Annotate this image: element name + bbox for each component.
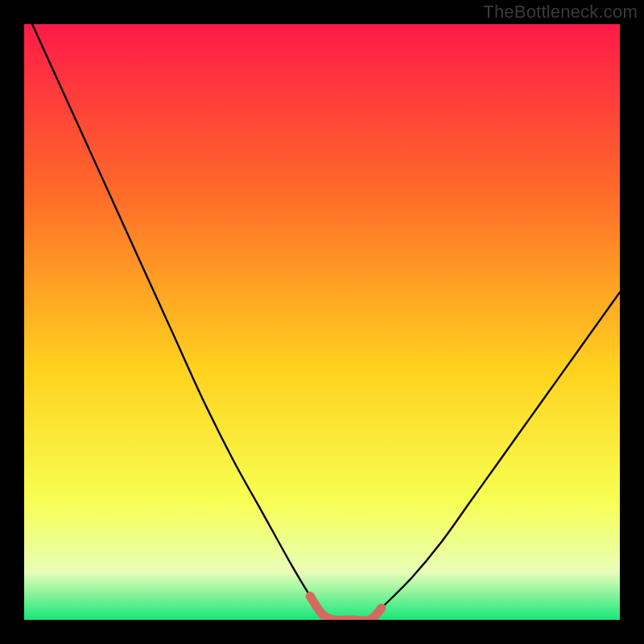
- watermark-text: TheBottleneck.com: [483, 2, 638, 23]
- bottleneck-chart: [24, 24, 620, 620]
- plot-area: [24, 24, 620, 620]
- gradient-background: [24, 24, 620, 620]
- chart-frame: TheBottleneck.com: [0, 0, 644, 644]
